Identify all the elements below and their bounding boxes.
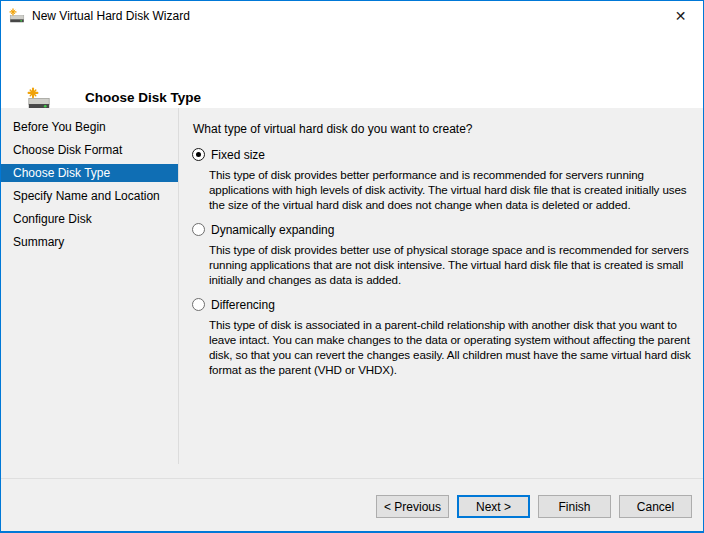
radio-label: Fixed size xyxy=(211,148,265,162)
sidebar-item-specify-name-and-location: Specify Name and Location xyxy=(1,187,178,205)
question-label: What type of virtual hard disk do you wa… xyxy=(193,122,695,136)
option-description-dynamically-expanding: This type of disk provides better use of… xyxy=(209,242,691,287)
button-row: < Previous Next > Finish Cancel xyxy=(1,479,703,531)
option-description-differencing: This type of disk is associated in a par… xyxy=(209,317,691,377)
window-title: New Virtual Hard Disk Wizard xyxy=(32,9,190,23)
radio-label: Differencing xyxy=(211,298,275,312)
wizard-window: New Virtual Hard Disk Wizard ✕ Choose Di… xyxy=(0,0,704,533)
radio-option-fixed-size[interactable]: Fixed size xyxy=(193,147,695,162)
sidebar-item-configure-disk: Configure Disk xyxy=(1,210,178,228)
hard-disk-sparkle-icon xyxy=(9,8,25,24)
next-button[interactable]: Next > xyxy=(457,495,530,518)
radio-button-icon[interactable] xyxy=(192,223,205,236)
radio-button-icon[interactable] xyxy=(192,148,205,161)
wizard-steps-sidebar: Before You Begin Choose Disk Format Choo… xyxy=(1,108,178,256)
wizard-content: What type of virtual hard disk do you wa… xyxy=(193,108,695,387)
previous-button[interactable]: < Previous xyxy=(376,495,449,518)
page-title: Choose Disk Type xyxy=(85,90,201,105)
sidebar-item-choose-disk-type: Choose Disk Type xyxy=(1,164,178,182)
sidebar-item-before-you-begin: Before You Begin xyxy=(1,118,178,136)
cancel-button[interactable]: Cancel xyxy=(619,495,692,518)
finish-button[interactable]: Finish xyxy=(538,495,611,518)
option-description-fixed-size: This type of disk provides better perfor… xyxy=(209,167,691,212)
wizard-header: Choose Disk Type xyxy=(1,31,703,108)
radio-button-icon[interactable] xyxy=(192,298,205,311)
radio-option-dynamically-expanding[interactable]: Dynamically expanding xyxy=(193,222,695,237)
close-button[interactable]: ✕ xyxy=(658,1,703,31)
radio-option-differencing[interactable]: Differencing xyxy=(193,297,695,312)
sidebar-item-choose-disk-format: Choose Disk Format xyxy=(1,141,178,159)
title-bar: New Virtual Hard Disk Wizard ✕ xyxy=(1,1,703,31)
sidebar-divider xyxy=(178,108,179,464)
radio-label: Dynamically expanding xyxy=(211,223,334,237)
sidebar-item-summary: Summary xyxy=(1,233,178,251)
wizard-body: Before You Begin Choose Disk Format Choo… xyxy=(1,108,703,478)
